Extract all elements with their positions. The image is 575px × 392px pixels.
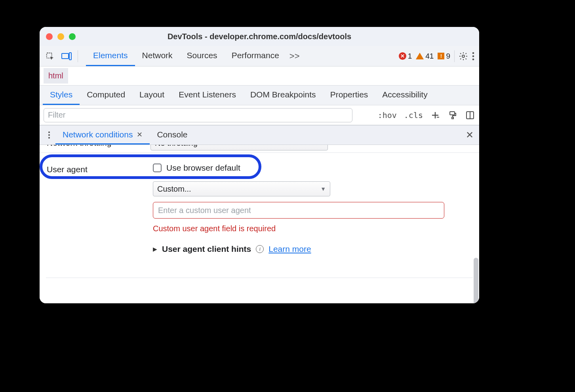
- tab-network[interactable]: Network: [135, 46, 180, 66]
- svg-rect-7: [450, 112, 455, 115]
- breadcrumb-html[interactable]: html: [44, 68, 68, 84]
- settings-icon[interactable]: [459, 51, 468, 61]
- network-throttling-label: Network throttling: [40, 145, 150, 148]
- subtab-accessibility[interactable]: Accessibility: [375, 86, 434, 105]
- chevron-down-icon: ▼: [318, 145, 324, 146]
- minimize-window-button[interactable]: [57, 33, 64, 40]
- svg-point-3: [462, 55, 465, 57]
- drawer-tabstrip: Network conditions ✕ Console ✕: [40, 125, 479, 145]
- tab-performance[interactable]: Performance: [225, 46, 286, 66]
- styles-utilities: :hov .cls: [378, 110, 475, 120]
- tab-sources[interactable]: Sources: [180, 46, 225, 66]
- client-hints-label: User agent client hints: [162, 244, 251, 254]
- drawer-more-icon[interactable]: [43, 126, 55, 145]
- drawer-tab-label: Network conditions: [63, 130, 133, 139]
- svg-point-6: [472, 58, 474, 60]
- drawer-tab-network-conditions[interactable]: Network conditions ✕: [55, 126, 150, 145]
- close-icon[interactable]: ✕: [137, 130, 143, 139]
- drawer-close-icon[interactable]: ✕: [466, 129, 474, 141]
- user-agent-error-text: Custom user agent field is required: [153, 224, 479, 233]
- devtools-window: DevTools - developer.chrome.com/docs/dev…: [40, 27, 479, 303]
- add-rule-icon[interactable]: [430, 110, 440, 120]
- error-count-badge[interactable]: ✕ 1: [399, 52, 412, 61]
- info-count-badge[interactable]: ! 9: [438, 52, 450, 61]
- svg-rect-2: [69, 53, 71, 60]
- main-tabs: Elements Network Sources Performance >>: [86, 46, 303, 66]
- warning-icon: [416, 53, 424, 59]
- subtab-dom-breakpoints[interactable]: DOM Breakpoints: [243, 86, 323, 105]
- drawer-body: Network throttling No throttling ▼ User …: [40, 145, 479, 303]
- cls-toggle[interactable]: .cls: [404, 110, 423, 120]
- window-titlebar: DevTools - developer.chrome.com/docs/dev…: [40, 27, 479, 46]
- svg-point-13: [48, 137, 50, 139]
- styles-filter-input[interactable]: [44, 108, 352, 122]
- more-menu-icon[interactable]: [472, 52, 474, 61]
- tabs-overflow-button[interactable]: >>: [286, 46, 303, 66]
- info-icon: !: [438, 53, 444, 59]
- info-count: 9: [446, 52, 450, 61]
- inspect-element-icon[interactable]: [44, 51, 55, 62]
- disclosure-triangle-icon[interactable]: ▶: [153, 246, 157, 252]
- close-window-button[interactable]: [46, 33, 53, 40]
- hov-toggle[interactable]: :hov: [378, 110, 397, 120]
- svg-rect-8: [452, 117, 453, 119]
- custom-user-agent-input[interactable]: [153, 202, 444, 219]
- device-toolbar-icon[interactable]: [61, 51, 72, 62]
- use-browser-default-row: Use browser default: [153, 163, 479, 173]
- subtab-event-listeners[interactable]: Event Listeners: [171, 86, 243, 105]
- styles-filter-row: :hov .cls: [40, 105, 479, 125]
- warning-count: 41: [425, 52, 434, 61]
- scrollbar-thumb[interactable]: [474, 258, 478, 303]
- learn-more-link[interactable]: Learn more: [268, 244, 311, 254]
- computed-panel-icon[interactable]: [465, 110, 475, 120]
- paint-icon[interactable]: [447, 110, 458, 120]
- svg-point-4: [472, 52, 474, 54]
- breadcrumb-bar: html: [40, 67, 479, 86]
- user-agent-row: User agent Use browser default Custom...…: [40, 153, 479, 262]
- warning-count-badge[interactable]: 41: [416, 52, 434, 61]
- main-toolbar: Elements Network Sources Performance >> …: [40, 46, 479, 67]
- traffic-lights: [46, 33, 76, 40]
- toolbar-right: ✕ 1 41 ! 9: [399, 50, 474, 62]
- elements-subtabs: Styles Computed Layout Event Listeners D…: [40, 86, 479, 105]
- select-value: No throttling: [155, 145, 198, 148]
- subtab-layout[interactable]: Layout: [132, 86, 171, 105]
- error-count: 1: [408, 52, 412, 61]
- subtab-styles[interactable]: Styles: [43, 86, 80, 105]
- window-title: DevTools - developer.chrome.com/docs/dev…: [40, 32, 479, 41]
- svg-point-5: [472, 55, 474, 57]
- network-throttling-select[interactable]: No throttling ▼: [150, 145, 328, 150]
- tab-elements[interactable]: Elements: [86, 46, 135, 66]
- use-browser-default-checkbox[interactable]: [153, 164, 162, 172]
- info-icon[interactable]: i: [256, 245, 264, 253]
- drawer-tab-console[interactable]: Console: [150, 126, 194, 145]
- svg-point-12: [48, 134, 50, 136]
- fullscreen-window-button[interactable]: [69, 33, 76, 40]
- user-agent-label: User agent: [40, 163, 150, 254]
- svg-rect-1: [62, 53, 69, 59]
- user-agent-preset-select[interactable]: Custom... ▼: [153, 181, 330, 196]
- separator: [46, 278, 473, 278]
- separator: [454, 50, 455, 62]
- select-value: Custom...: [157, 185, 191, 194]
- client-hints-row: ▶ User agent client hints i Learn more: [153, 244, 479, 254]
- subtab-computed[interactable]: Computed: [80, 86, 132, 105]
- svg-point-11: [48, 131, 50, 133]
- network-throttling-row: Network throttling No throttling ▼: [40, 145, 479, 153]
- chevron-down-icon: ▼: [320, 186, 326, 192]
- separator: [78, 50, 78, 62]
- subtab-properties[interactable]: Properties: [323, 86, 375, 105]
- use-browser-default-label: Use browser default: [166, 163, 240, 173]
- error-icon: ✕: [399, 52, 406, 60]
